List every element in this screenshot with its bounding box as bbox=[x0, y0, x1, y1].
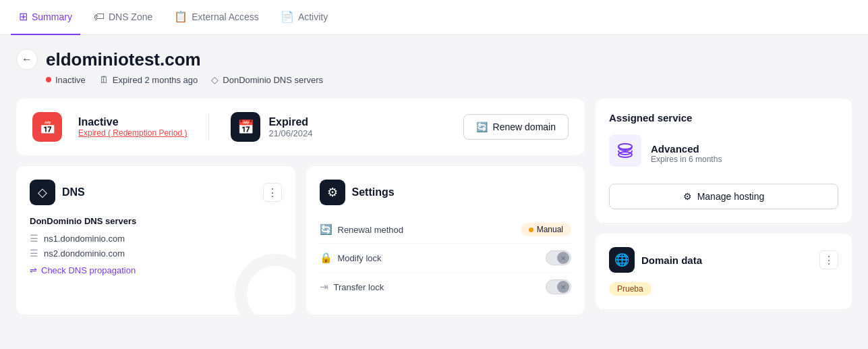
tab-summary[interactable]: ⊞ Summary bbox=[11, 0, 80, 35]
service-row: Advanced Expires in 6 months bbox=[609, 134, 838, 173]
renewal-method-left: 🔄 Renewal method bbox=[320, 223, 404, 236]
ns2-label: ns2.dondominio.com bbox=[44, 248, 125, 259]
expired-date: 21/06/2024 bbox=[268, 128, 312, 138]
domain-data-title: Domain data bbox=[641, 254, 702, 266]
domain-header: ← eldominiotest.com bbox=[16, 49, 852, 70]
service-stack-icon bbox=[609, 134, 641, 173]
modify-lock-label: Modify lock bbox=[338, 253, 382, 263]
transfer-lock-toggle[interactable]: ✕ bbox=[546, 279, 571, 294]
ns1-icon: ☰ bbox=[30, 233, 38, 244]
check-dns-icon: ⇌ bbox=[30, 265, 37, 275]
manage-hosting-button[interactable]: ⚙ Manage hosting bbox=[609, 184, 838, 209]
status-subtitle: Expired ( Redemption Period ) bbox=[78, 128, 187, 138]
check-dns-label: Check DNS propagation bbox=[41, 265, 136, 275]
toggle-knob-2: ✕ bbox=[557, 281, 569, 293]
service-name: Advanced bbox=[651, 143, 722, 155]
dns-servers-title: DonDominio DNS servers bbox=[30, 216, 282, 226]
assigned-service-title: Assigned service bbox=[609, 112, 838, 124]
modify-lock-left: 🔒 Modify lock bbox=[320, 252, 382, 264]
lock-icon: 🔒 bbox=[320, 252, 332, 264]
renewal-method-label: Renewal method bbox=[338, 225, 404, 235]
globe-icon: 🌐 bbox=[614, 252, 629, 267]
right-sidebar: Assigned service bbox=[596, 99, 852, 315]
renew-label: Renew domain bbox=[493, 122, 556, 132]
toggle-x-icon-2: ✕ bbox=[560, 284, 566, 291]
settings-gear-icon: ⚙ bbox=[327, 185, 338, 200]
prueba-badge: Prueba bbox=[609, 282, 652, 296]
settings-card: ⚙ Settings 🔄 Renewal method bbox=[306, 166, 585, 315]
dns-zone-icon: 🏷 bbox=[94, 11, 105, 23]
cards-row: ◇ DNS ⋮ DonDominio DNS servers ☰ ns1.don… bbox=[16, 166, 585, 315]
page-content: ← eldominiotest.com Inactive 🗓 Expired 2… bbox=[0, 35, 868, 349]
expired-calendar-icon: 📅 bbox=[237, 119, 254, 135]
dns-servers-label: DonDominio DNS servers bbox=[223, 75, 323, 85]
status-card: 📅 Inactive Expired ( Redemption Period )… bbox=[16, 99, 585, 155]
modify-lock-toggle[interactable]: ✕ bbox=[546, 250, 571, 265]
assigned-service-card: Assigned service bbox=[596, 99, 852, 223]
manage-label: Manage hosting bbox=[697, 191, 765, 202]
tab-external-access-label: External Access bbox=[192, 11, 259, 22]
transfer-lock-label: Transfer lock bbox=[334, 282, 384, 292]
tab-activity[interactable]: 📄 Activity bbox=[272, 0, 336, 35]
vertical-divider bbox=[208, 113, 209, 140]
manage-icon: ⚙ bbox=[683, 191, 692, 202]
dns-more-button[interactable]: ⋮ bbox=[263, 183, 282, 202]
toggle-x-icon: ✕ bbox=[560, 254, 566, 262]
status-info: Inactive Expired ( Redemption Period ) bbox=[78, 116, 187, 138]
status-title: Inactive bbox=[78, 116, 187, 128]
status-label: Inactive bbox=[55, 75, 86, 85]
expired-heading: Expired bbox=[268, 116, 312, 128]
settings-icon-box: ⚙ bbox=[320, 180, 345, 205]
dns-card: ◇ DNS ⋮ DonDominio DNS servers ☰ ns1.don… bbox=[16, 166, 295, 315]
status-meta: Inactive bbox=[46, 75, 86, 85]
domain-meta: Inactive 🗓 Expired 2 months ago ◇ DonDom… bbox=[16, 74, 852, 85]
manual-label: Manual bbox=[537, 225, 563, 234]
ns1-label: ns1.dondominio.com bbox=[44, 234, 125, 244]
dns-meta: ◇ DonDominio DNS servers bbox=[211, 74, 323, 85]
status-dot-red bbox=[46, 77, 51, 82]
service-info: Advanced Expires in 6 months bbox=[651, 143, 722, 164]
expired-icon-box: 📅 bbox=[231, 112, 260, 142]
tab-activity-label: Activity bbox=[298, 11, 328, 22]
diamond-icon: ◇ bbox=[211, 74, 219, 85]
calendar-icon: 🗓 bbox=[99, 74, 109, 85]
domain-title: eldominiotest.com bbox=[46, 49, 201, 70]
settings-card-title: Settings bbox=[352, 186, 395, 198]
tab-external-access[interactable]: 📋 External Access bbox=[166, 0, 267, 35]
dns-card-title: DNS bbox=[62, 186, 85, 198]
left-column: 📅 Inactive Expired ( Redemption Period )… bbox=[16, 99, 585, 315]
domain-data-icon-box: 🌐 bbox=[609, 247, 635, 273]
expired-text: Expired 21/06/2024 bbox=[268, 116, 312, 138]
expired-info: 📅 Expired 21/06/2024 bbox=[231, 112, 312, 142]
domain-data-header: 🌐 Domain data ⋮ bbox=[609, 247, 838, 273]
transfer-lock-left: ⇥ Transfer lock bbox=[320, 281, 384, 293]
renewal-icon: 🔄 bbox=[320, 223, 332, 236]
activity-icon: 📄 bbox=[281, 10, 294, 23]
tab-summary-label: Summary bbox=[32, 11, 72, 22]
transfer-icon: ⇥ bbox=[320, 281, 328, 293]
renew-icon: 🔄 bbox=[476, 122, 488, 132]
domain-data-more-button[interactable]: ⋮ bbox=[819, 250, 838, 269]
domain-data-title-group: 🌐 Domain data bbox=[609, 247, 702, 273]
transfer-lock-row: ⇥ Transfer lock ✕ bbox=[320, 273, 572, 301]
ns2-icon: ☰ bbox=[30, 248, 38, 259]
expired-label: Expired 2 months ago bbox=[113, 75, 198, 85]
modify-lock-row: 🔒 Modify lock ✕ bbox=[320, 244, 572, 273]
dns-icon-box: ◇ bbox=[30, 180, 55, 205]
calendar-inactive-icon: 📅 bbox=[39, 119, 56, 135]
renewal-method-row: 🔄 Renewal method Manual bbox=[320, 216, 572, 244]
tab-dns-zone-label: DNS Zone bbox=[109, 11, 152, 22]
dns-title-group: ◇ DNS bbox=[30, 180, 85, 205]
back-button[interactable]: ← bbox=[16, 49, 38, 70]
renew-domain-button[interactable]: 🔄 Renew domain bbox=[463, 114, 569, 140]
summary-icon: ⊞ bbox=[19, 10, 28, 23]
toggle-knob: ✕ bbox=[557, 252, 569, 264]
manual-dot bbox=[529, 227, 533, 232]
ns1-item: ☰ ns1.dondominio.com bbox=[30, 233, 282, 244]
settings-title-group: ⚙ Settings bbox=[320, 180, 395, 205]
tab-dns-zone[interactable]: 🏷 DNS Zone bbox=[86, 0, 161, 35]
inactive-icon-box: 📅 bbox=[32, 112, 62, 142]
expired-meta: 🗓 Expired 2 months ago bbox=[99, 74, 198, 85]
dns-icon: ◇ bbox=[38, 185, 47, 200]
manual-badge: Manual bbox=[521, 223, 571, 236]
